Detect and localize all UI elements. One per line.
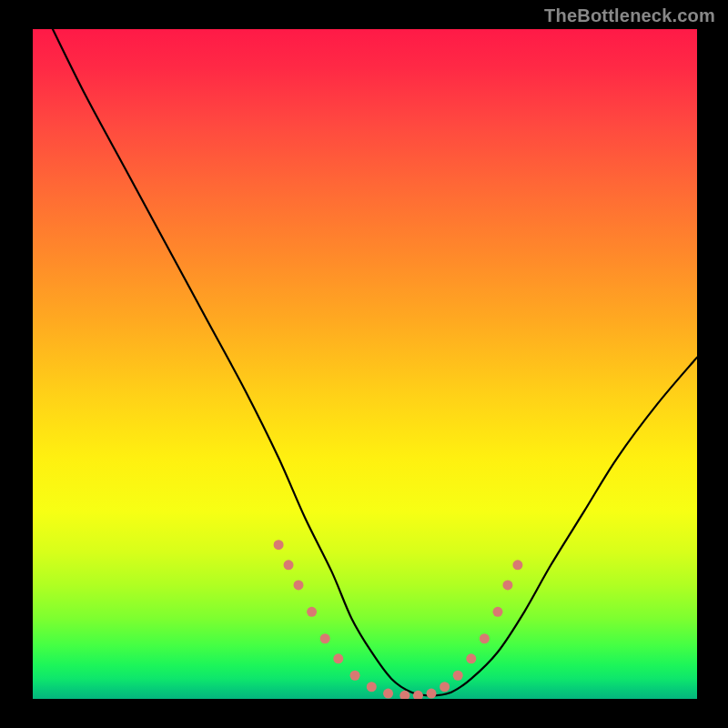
highlight-dot (307, 607, 317, 617)
highlight-dot (284, 560, 294, 570)
highlight-dot (320, 633, 330, 643)
plot-area (33, 29, 697, 699)
highlight-dot (294, 580, 304, 590)
highlight-dot (333, 653, 343, 663)
highlight-dot (512, 560, 522, 570)
highlight-dot (274, 540, 284, 550)
highlight-dot (453, 671, 463, 681)
chart-svg (33, 29, 697, 699)
highlight-dot (493, 607, 503, 617)
highlight-dot (502, 580, 512, 590)
highlight-dot (466, 653, 476, 663)
highlight-dot (413, 691, 423, 699)
highlight-dot (350, 671, 360, 681)
watermark-text: TheBottleneck.com (544, 5, 715, 26)
chart-frame: TheBottleneck.com (0, 0, 728, 728)
highlight-dot (427, 689, 437, 699)
curve-path (53, 29, 697, 695)
highlight-dot (440, 682, 450, 692)
highlight-dot (383, 689, 393, 699)
highlight-dot (367, 682, 377, 692)
highlight-dot (480, 633, 490, 643)
